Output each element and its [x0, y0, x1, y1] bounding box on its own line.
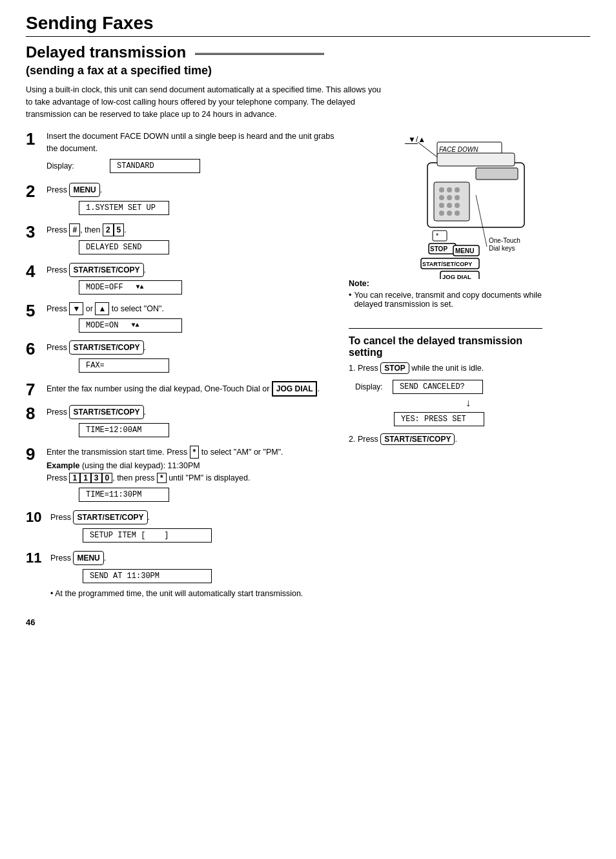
step-3-display: DELAYED SEND: [79, 238, 336, 256]
note-label: Note:: [349, 279, 542, 288]
step-4: 4 Press START/SET/COPY. MODE=OFF ▼▲: [26, 263, 336, 296]
step-7-content: Enter the fax number using the dial keyp…: [46, 381, 336, 398]
step-5-display: MODE=ON ▼▲: [79, 317, 336, 334]
section-subtitle: (sending a fax at a specified time): [26, 64, 590, 78]
step-8-text: Press START/SET/COPY.: [46, 405, 336, 419]
step-10-display-box: SETUP ITEM [ ]: [83, 528, 212, 543]
svg-point-11: [455, 195, 460, 200]
note-bullet: • You can receive, transmit and copy doc…: [349, 291, 542, 309]
cancel-title: To cancel the delayed transmission setti…: [349, 335, 542, 358]
one-touch-label: One-Touch: [489, 237, 520, 244]
star-key-ref-9: *: [190, 446, 200, 459]
step-2-display-box: 1.SYSTEM SET UP: [79, 201, 169, 215]
svg-point-9: [439, 195, 444, 200]
svg-rect-18: [476, 168, 518, 180]
start-set-copy-ref-10: START/SET/COPY: [73, 510, 147, 524]
step-6-number: 6: [26, 340, 46, 357]
step-11: 11 Press MENU. SEND AT 11:30PM • At the …: [26, 551, 336, 598]
step-4-text: Press START/SET/COPY.: [46, 263, 336, 277]
step-6: 6 Press START/SET/COPY. FAX=: [26, 340, 336, 375]
step-1-display-box: STANDARD: [110, 159, 200, 173]
start-set-copy-ref-6: START/SET/COPY: [69, 340, 143, 355]
step-10-text: Press START/SET/COPY.: [50, 510, 336, 524]
cancel-step-2-text: 2. Press START/SET/COPY.: [349, 433, 542, 445]
step-10-content: Press START/SET/COPY. SETUP ITEM [ ]: [50, 510, 336, 544]
key-2-ref: 2: [103, 223, 114, 236]
down-up-label: ▼/▲: [408, 135, 426, 144]
step-1-content: Insert the document FACE DOWN until a si…: [46, 130, 336, 176]
step-11-display-box: SEND AT 11:30PM: [83, 569, 212, 583]
step-9-text: Enter the transmission start time. Press…: [46, 446, 336, 459]
svg-point-7: [447, 187, 452, 192]
dial-keys-label: Dial keys: [489, 245, 515, 252]
step-1-number: 1: [26, 130, 46, 147]
note-section: Note: • You can receive, transmit and co…: [349, 279, 542, 309]
menu-button-label: MENU: [455, 247, 474, 254]
cancel-steps: 1. Press STOP while the unit is idle. Di…: [349, 362, 542, 445]
step-6-display-box: FAX=: [79, 358, 169, 373]
step-4-display: MODE=OFF ▼▲: [79, 279, 336, 296]
step-3-display-box: DELAYED SEND: [79, 240, 169, 254]
step-6-content: Press START/SET/COPY. FAX=: [46, 340, 336, 375]
start-set-copy-ref-4: START/SET/COPY: [69, 263, 143, 277]
step-9-example: Example (using the dial keypad): 11:30PM: [46, 461, 336, 470]
svg-point-13: [447, 203, 452, 208]
step-11-content: Press MENU. SEND AT 11:30PM • At the pro…: [50, 551, 336, 598]
svg-point-14: [455, 203, 460, 208]
fax-machine-svg: ▼/▲ FACE DOWN: [389, 130, 544, 279]
step-10-number: 10: [26, 510, 50, 524]
step-11-text: Press MENU.: [50, 551, 336, 565]
step-4-mode-text: MODE=OFF: [86, 283, 123, 292]
step-10-display: SETUP ITEM [ ]: [83, 526, 336, 544]
svg-point-12: [439, 203, 444, 208]
star-key-ref-9b: *: [157, 473, 167, 483]
svg-point-8: [455, 187, 460, 192]
page-title: Sending Faxes: [26, 13, 590, 37]
down-arrow-ref: ▼: [69, 302, 83, 315]
svg-point-15: [439, 211, 444, 216]
step-5: 5 Press ▼ or ▲ to select "ON". MODE=ON ▼…: [26, 302, 336, 334]
step-9-press-text: Press 1130, then press * until "PM" is d…: [46, 473, 336, 483]
svg-rect-0: [405, 143, 418, 144]
step-1-display-row: Display: STANDARD: [46, 157, 336, 175]
step-3-number: 3: [26, 223, 46, 240]
step-7: 7 Enter the fax number using the dial ke…: [26, 381, 336, 398]
fax-illustration: ▼/▲ FACE DOWN: [389, 130, 550, 273]
section-title: Delayed transmission: [26, 43, 186, 61]
star-label: *: [436, 232, 439, 240]
step-4-tri: ▼▲: [136, 284, 144, 291]
start-set-copy-ref-cancel: START/SET/COPY: [380, 433, 455, 445]
step-11-display: SEND AT 11:30PM: [83, 567, 336, 585]
svg-point-16: [447, 211, 452, 216]
step-7-number: 7: [26, 381, 46, 398]
jog-dial-label: JOG DIAL: [442, 273, 471, 279]
cancel-display-2: YES: PRESS SET: [394, 412, 484, 426]
key-3-ref: 3: [91, 473, 102, 483]
svg-rect-5: [434, 182, 469, 221]
cancel-display-row: Display: SEND CANCELED?: [355, 378, 542, 396]
step-8-display-box: TIME=12:00AM: [79, 423, 169, 437]
cancel-display-area: Display: SEND CANCELED? ↓ YES: PRESS SET: [355, 378, 542, 428]
step-5-content: Press ▼ or ▲ to select "ON". MODE=ON ▼▲: [46, 302, 336, 334]
up-arrow-ref: ▲: [95, 302, 109, 315]
step-10: 10 Press START/SET/COPY. SETUP ITEM [ ]: [26, 510, 336, 544]
cancel-arrow: ↓: [394, 397, 542, 409]
step-9: 9 Enter the transmission start time. Pre…: [26, 446, 336, 504]
key-0-ref: 0: [102, 473, 113, 483]
example-label: Example: [46, 461, 79, 470]
bullet-dot: •: [50, 589, 53, 598]
page-number: 46: [26, 617, 590, 627]
cancel-step-1-text: 1. Press STOP while the unit is idle.: [349, 362, 542, 374]
svg-point-10: [447, 195, 452, 200]
steps-column: 1 Insert the document FACE DOWN until a …: [26, 130, 336, 605]
step-5-mode-text: MODE=ON: [86, 321, 118, 330]
key-5-ref: 5: [114, 223, 125, 236]
stop-button-label: STOP: [430, 245, 447, 253]
step-2-display: 1.SYSTEM SET UP: [79, 199, 336, 217]
step-5-display-box: MODE=ON ▼▲: [79, 318, 182, 333]
step-1: 1 Insert the document FACE DOWN until a …: [26, 130, 336, 176]
step-8: 8 Press START/SET/COPY. TIME=12:00AM: [26, 405, 336, 439]
step-1-display-label: Display:: [46, 161, 79, 171]
hash-key-ref: #: [69, 223, 80, 236]
step-8-number: 8: [26, 405, 46, 422]
